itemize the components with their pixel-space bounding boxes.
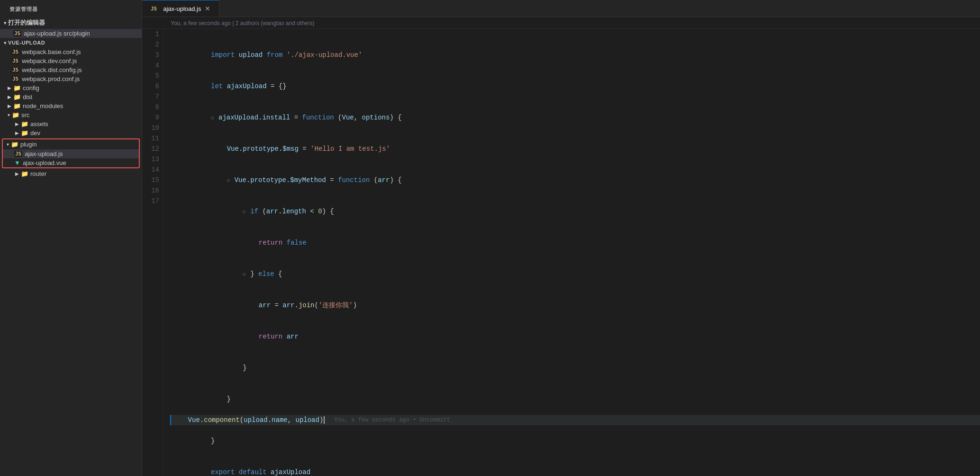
sidebar-item-plugin[interactable]: ▾ 📁 plugin <box>3 139 139 149</box>
code-line-14: Vue.component(upload.name, upload) You, … <box>171 415 980 425</box>
code-line-10: arr = arr.join('连接你我') <box>171 290 980 321</box>
tab-label: ajax-upload.js <box>163 5 201 12</box>
fold-icon-7[interactable]: ⊟ <box>243 207 249 214</box>
folder-icon-5: 📁 <box>21 120 28 128</box>
chevron-down-icon-3: ▾ <box>8 112 10 118</box>
chevron-right-icon-5: ▶ <box>15 130 19 136</box>
js-icon-plugin: JS <box>14 151 22 157</box>
js-icon: JS <box>11 76 19 82</box>
open-editor-filename: ajax-upload.js src/plugin <box>24 30 90 37</box>
folder-icon-7: 📁 <box>11 141 18 148</box>
chevron-down-icon: ▾ <box>4 20 6 26</box>
folder-icon-6: 📁 <box>21 129 28 137</box>
sidebar-item-dev[interactable]: ▶ 📁 dev <box>0 128 142 137</box>
js-icon: JS <box>11 49 19 55</box>
fold-icon-4[interactable]: ⊟ <box>211 113 218 120</box>
sidebar-item-node-modules[interactable]: ▶ 📁 node_modules <box>0 101 142 110</box>
blame-bar: You, a few seconds ago | 2 authors (wang… <box>142 17 980 29</box>
tabs-bar: JS ajax-upload.js ✕ <box>142 0 980 17</box>
code-line-12: } <box>171 352 980 384</box>
project-root-header[interactable]: ▾ VUE-UPLOAD <box>0 38 142 47</box>
code-line-4: ⊟ajaxUpload.install = function (Vue, opt… <box>171 102 980 133</box>
tab-js-icon: JS <box>150 6 158 12</box>
code-line-1 <box>171 29 980 39</box>
js-icon: JS <box>11 67 19 73</box>
chevron-right-icon: ▶ <box>8 85 11 91</box>
chevron-down-icon-2: ▾ <box>4 40 6 46</box>
code-line-6: ⊟Vue.prototype.$myMethod = function (arr… <box>171 165 980 196</box>
code-editor[interactable]: import upload from './ajax-upload.vue' l… <box>163 29 980 476</box>
sidebar-item-config[interactable]: ▶ 📁 config <box>0 83 142 92</box>
tab-close-button[interactable]: ✕ <box>204 4 211 13</box>
code-line-5: Vue.prototype.$msg = 'Hello I am test.js… <box>171 133 980 165</box>
folder-icon-2: 📁 <box>13 93 21 101</box>
open-editors-label: 打开的编辑器 <box>8 18 45 27</box>
code-line-3: let ajaxUpload = {} <box>171 71 980 102</box>
code-line-2: import upload from './ajax-upload.vue' <box>171 39 980 71</box>
code-line-11: return arr <box>171 321 980 352</box>
open-editor-active-file[interactable]: JS ajax-upload.js src/plugin <box>0 29 142 38</box>
open-editors-header[interactable]: ▾ 打开的编辑器 <box>0 17 142 29</box>
list-item[interactable]: JS webpack.base.conf.js <box>0 47 142 56</box>
code-line-16: export default ajaxUpload <box>171 457 980 476</box>
sidebar-item-dist[interactable]: ▶ 📁 dist <box>0 92 142 101</box>
chevron-right-icon-6: ▶ <box>15 171 19 176</box>
sidebar-item-ajax-upload-vue[interactable]: ▼ ajax-upload.vue <box>3 158 139 167</box>
js-icon: JS <box>13 30 21 37</box>
vue-icon: ▼ <box>14 159 20 166</box>
chevron-right-icon-2: ▶ <box>8 94 11 100</box>
inline-blame: You, a few seconds ago • Uncommitt <box>334 415 450 425</box>
line-numbers: 1 2 3 4 5 6 7 8 9 10 11 12 13 14 15 16 1… <box>142 29 163 476</box>
tab-ajax-upload-js[interactable]: JS ajax-upload.js ✕ <box>142 0 219 17</box>
blame-text: You, a few seconds ago | 2 authors (wang… <box>171 20 315 27</box>
sidebar-item-src[interactable]: ▾ 📁 src <box>0 110 142 119</box>
fold-icon-9[interactable]: ⊟ <box>243 270 249 276</box>
folder-icon: 📁 <box>13 84 21 92</box>
chevron-down-icon-4: ▾ <box>7 142 9 147</box>
code-line-7: ⊟if (arr.length < 0) { <box>171 196 980 227</box>
project-name: VUE-UPLOAD <box>8 40 45 46</box>
list-item[interactable]: JS webpack.dist.config.js <box>0 65 142 74</box>
editor-area: JS ajax-upload.js ✕ You, a few seconds a… <box>142 0 980 476</box>
folder-icon-3: 📁 <box>13 102 21 110</box>
sidebar: 资源管理器 ▾ 打开的编辑器 JS ajax-upload.js src/plu… <box>0 0 142 476</box>
folder-icon-8: 📁 <box>21 170 28 177</box>
code-line-13: } <box>171 384 980 415</box>
chevron-right-icon-4: ▶ <box>15 121 19 127</box>
code-line-15: } <box>171 425 980 457</box>
file-tree-2: ▶ 📁 router <box>0 169 142 178</box>
sidebar-item-router[interactable]: ▶ 📁 router <box>0 169 142 178</box>
list-item[interactable]: JS webpack.dev.conf.js <box>0 56 142 65</box>
chevron-right-icon-3: ▶ <box>8 103 11 109</box>
sidebar-title: 资源管理器 <box>0 0 142 17</box>
js-icon: JS <box>11 58 19 64</box>
folder-icon-4: 📁 <box>12 111 19 119</box>
code-line-9: ⊟} else { <box>171 258 980 290</box>
code-line-8: return false <box>171 227 980 258</box>
sidebar-item-assets[interactable]: ▶ 📁 assets <box>0 119 142 128</box>
fold-icon-6[interactable]: ⊟ <box>227 176 234 183</box>
sidebar-item-ajax-upload-js[interactable]: JS ajax-upload.js <box>3 149 139 158</box>
plugin-group: ▾ 📁 plugin JS ajax-upload.js ▼ ajax-uplo… <box>2 138 140 168</box>
code-container[interactable]: 1 2 3 4 5 6 7 8 9 10 11 12 13 14 15 16 1… <box>142 29 980 476</box>
list-item[interactable]: JS webpack.prod.conf.js <box>0 74 142 83</box>
file-tree: JS webpack.base.conf.js JS webpack.dev.c… <box>0 47 142 137</box>
